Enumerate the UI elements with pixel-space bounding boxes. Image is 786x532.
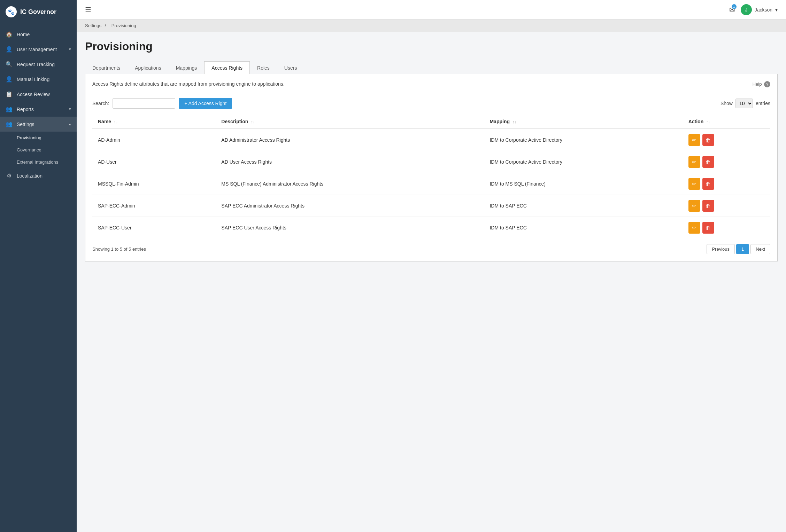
notification-button[interactable]: ✉ 1 — [729, 6, 735, 14]
toolbar-left: Search: + Add Access Right — [92, 98, 232, 109]
add-access-right-button[interactable]: + Add Access Right — [179, 98, 232, 109]
tab-departments[interactable]: Departments — [85, 61, 128, 74]
cell-action: ✏🗑 — [683, 195, 770, 217]
delete-button[interactable]: 🗑 — [702, 200, 714, 212]
content-area: Settings / Provisioning Provisioning Dep… — [77, 19, 786, 532]
page-1-button[interactable]: 1 — [736, 244, 749, 254]
cell-action: ✏🗑 — [683, 129, 770, 151]
sort-name-icon: ↑↓ — [114, 120, 118, 124]
table-header-row: Name ↑↓ Description ↑↓ Mapping ↑↓ — [92, 115, 770, 129]
page-content: Provisioning Departments Applications Ma… — [77, 32, 786, 270]
cell-action: ✏🗑 — [683, 151, 770, 173]
sidebar-item-request-tracking[interactable]: 🔍 Request Tracking — [0, 57, 77, 72]
col-mapping[interactable]: Mapping ↑↓ — [484, 115, 683, 129]
sidebar-item-settings[interactable]: 👥 Settings ▴ — [0, 117, 77, 132]
card-description: Access Rights define attributes that are… — [92, 81, 285, 87]
sidebar-subitem-external-integrations[interactable]: External Integrations — [0, 156, 77, 168]
tab-mappings[interactable]: Mappings — [169, 61, 205, 74]
cell-name: MSSQL-Fin-Admin — [92, 173, 216, 195]
breadcrumb-provisioning: Provisioning — [111, 23, 136, 28]
sidebar-item-access-review[interactable]: 📋 Access Review — [0, 87, 77, 102]
sort-desc-icon: ↑↓ — [251, 120, 255, 124]
tab-access-rights[interactable]: Access Rights — [204, 61, 250, 74]
app-name: IC Governor — [20, 8, 56, 16]
cell-mapping: IDM to Corporate Active Directory — [484, 151, 683, 173]
user-dropdown-icon: ▾ — [775, 7, 778, 13]
search-input[interactable] — [113, 98, 175, 109]
sidebar-item-label: Request Tracking — [17, 62, 55, 67]
col-action: Action ↑↓ — [683, 115, 770, 129]
sidebar-item-label: Localization — [17, 173, 43, 179]
edit-button[interactable]: ✏ — [688, 178, 700, 190]
sidebar-item-label: Access Review — [17, 92, 50, 97]
next-button[interactable]: Next — [750, 244, 770, 254]
user-menu-button[interactable]: J Jackson ▾ — [741, 4, 778, 15]
reports-icon: 👥 — [6, 106, 13, 112]
edit-button[interactable]: ✏ — [688, 156, 700, 168]
cell-name: AD-User — [92, 151, 216, 173]
sidebar-nav: 🏠 Home 👤 User Management ▾ 🔍 Request Tra… — [0, 24, 77, 532]
sidebar-subitem-governance[interactable]: Governance — [0, 144, 77, 156]
sidebar-item-manual-linking[interactable]: 👤 Manual Linking — [0, 72, 77, 87]
action-buttons: ✏🗑 — [688, 134, 765, 146]
previous-button[interactable]: Previous — [707, 244, 735, 254]
cell-description: MS SQL (Finance) Administrator Access Ri… — [216, 173, 484, 195]
localization-icon: ⚙ — [6, 172, 13, 179]
topbar-left: ☰ — [85, 6, 91, 14]
pagination-info: Showing 1 to 5 of 5 entries — [92, 247, 146, 252]
edit-button[interactable]: ✏ — [688, 222, 700, 234]
edit-button[interactable]: ✏ — [688, 200, 700, 212]
cell-mapping: IDM to Corporate Active Directory — [484, 129, 683, 151]
cell-action: ✏🗑 — [683, 173, 770, 195]
breadcrumb: Settings / Provisioning — [77, 19, 786, 32]
entries-label: entries — [756, 101, 770, 106]
sidebar-subitem-label: Governance — [17, 147, 41, 152]
chevron-down-icon: ▾ — [69, 107, 71, 111]
app-logo: 🐾 IC Governor — [0, 0, 77, 24]
cell-description: SAP ECC Administrator Access Rights — [216, 195, 484, 217]
sidebar-item-reports[interactable]: 👥 Reports ▾ — [0, 102, 77, 117]
sidebar-item-home[interactable]: 🏠 Home — [0, 27, 77, 42]
edit-button[interactable]: ✏ — [688, 134, 700, 146]
delete-button[interactable]: 🗑 — [702, 134, 714, 146]
col-name[interactable]: Name ↑↓ — [92, 115, 216, 129]
show-entries-select[interactable]: 10 25 50 — [735, 99, 753, 108]
chevron-down-icon: ▾ — [69, 47, 71, 52]
cell-name: AD-Admin — [92, 129, 216, 151]
delete-button[interactable]: 🗑 — [702, 222, 714, 234]
delete-button[interactable]: 🗑 — [702, 178, 714, 190]
page-title: Provisioning — [85, 40, 778, 53]
cell-name: SAP-ECC-Admin — [92, 195, 216, 217]
sidebar-item-user-management[interactable]: 👤 User Management ▾ — [0, 42, 77, 57]
breadcrumb-settings[interactable]: Settings — [85, 23, 101, 28]
tab-users[interactable]: Users — [277, 61, 305, 74]
main-card: Access Rights define attributes that are… — [85, 74, 778, 261]
tab-roles[interactable]: Roles — [250, 61, 277, 74]
user-avatar: J — [741, 4, 752, 15]
table-row: MSSQL-Fin-AdminMS SQL (Finance) Administ… — [92, 173, 770, 195]
sidebar-item-label: Reports — [17, 107, 34, 112]
show-label: Show — [720, 101, 733, 106]
manual-linking-icon: 👤 — [6, 76, 13, 83]
tab-applications[interactable]: Applications — [128, 61, 169, 74]
col-description[interactable]: Description ↑↓ — [216, 115, 484, 129]
user-name: Jackson — [755, 7, 772, 13]
sidebar-subitem-provisioning[interactable]: Provisioning — [0, 132, 77, 144]
cell-description: SAP ECC User Access Rights — [216, 217, 484, 239]
delete-button[interactable]: 🗑 — [702, 156, 714, 168]
tab-bar: Departments Applications Mappings Access… — [85, 61, 778, 74]
access-rights-table: Name ↑↓ Description ↑↓ Mapping ↑↓ — [92, 115, 770, 238]
sidebar-item-localization[interactable]: ⚙ Localization — [0, 168, 77, 183]
notification-badge: 1 — [732, 4, 737, 9]
help-link[interactable]: Help ? — [753, 81, 770, 87]
toolbar-right: Show 10 25 50 entries — [720, 99, 770, 108]
cell-action: ✏🗑 — [683, 217, 770, 239]
chevron-up-icon: ▴ — [69, 122, 71, 126]
table-body: AD-AdminAD Administrator Access RightsID… — [92, 129, 770, 238]
table-row: SAP-ECC-AdminSAP ECC Administrator Acces… — [92, 195, 770, 217]
hamburger-button[interactable]: ☰ — [85, 6, 91, 14]
sidebar-subitem-label: Provisioning — [17, 135, 41, 140]
sidebar-item-label: User Management — [17, 47, 57, 52]
settings-icon: 👥 — [6, 121, 13, 127]
logo-icon: 🐾 — [6, 6, 17, 17]
